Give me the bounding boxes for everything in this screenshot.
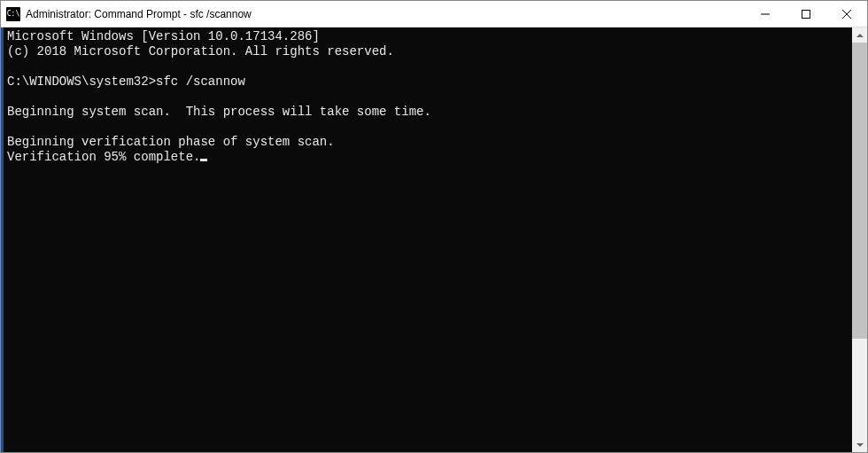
titlebar[interactable]: C:\ Administrator: Command Prompt - sfc … (1, 1, 867, 27)
close-icon (842, 10, 851, 19)
terminal-output[interactable]: Microsoft Windows [Version 10.0.17134.28… (4, 27, 852, 452)
text-cursor (200, 159, 207, 161)
maximize-button[interactable] (786, 1, 826, 27)
svg-rect-1 (802, 10, 810, 18)
close-button[interactable] (826, 1, 867, 27)
output-line: (c) 2018 Microsoft Corporation. All righ… (7, 44, 394, 59)
output-line: Beginning verification phase of system s… (7, 135, 335, 149)
output-line: Verification 95% complete. (7, 150, 200, 164)
scroll-up-button[interactable] (852, 27, 867, 43)
scroll-down-button[interactable] (852, 437, 867, 452)
maximize-icon (802, 10, 810, 19)
typed-command: sfc /scannow (156, 74, 245, 89)
chevron-down-icon (856, 443, 864, 447)
vertical-scrollbar[interactable] (852, 27, 867, 452)
window-title: Administrator: Command Prompt - sfc /sca… (26, 8, 745, 20)
chevron-up-icon (856, 34, 864, 37)
prompt-path: C:\WINDOWS\system32> (7, 74, 156, 89)
output-line: Microsoft Windows [Version 10.0.17134.28… (7, 29, 320, 43)
command-prompt-window: C:\ Administrator: Command Prompt - sfc … (0, 0, 868, 453)
minimize-button[interactable] (745, 1, 786, 27)
svg-marker-5 (856, 443, 864, 447)
window-controls (745, 1, 867, 27)
output-line: Beginning system scan. This process will… (7, 105, 431, 119)
client-area: Microsoft Windows [Version 10.0.17134.28… (1, 27, 867, 452)
svg-marker-4 (856, 34, 864, 37)
minimize-icon (761, 10, 770, 19)
scrollbar-track[interactable] (852, 43, 867, 437)
scrollbar-thumb[interactable] (852, 43, 867, 339)
cmd-icon: C:\ (6, 7, 20, 21)
